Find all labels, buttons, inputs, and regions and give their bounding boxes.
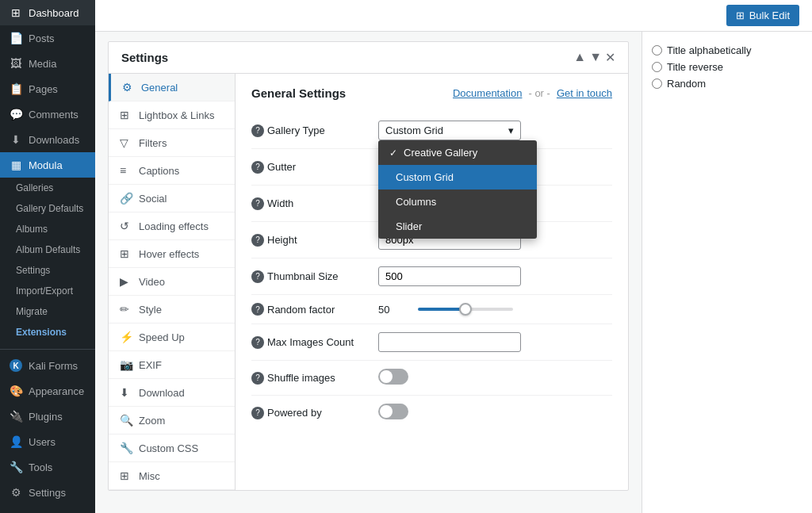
posts-icon: 📄 — [10, 32, 22, 44]
sidebar-item-plugins[interactable]: 🔌 Plugins — [0, 404, 95, 429]
sidebar-item-posts[interactable]: 📄 Posts — [0, 25, 95, 51]
gutter-help-icon[interactable]: ? — [251, 161, 264, 174]
settings-content-header: General Settings Documentation - or - Ge… — [251, 86, 612, 100]
shuffle-images-toggle[interactable] — [378, 369, 408, 385]
shuffle-toggle-track — [378, 369, 408, 385]
dropdown-item-custom-grid[interactable]: Custom Grid — [378, 165, 537, 190]
bulk-edit-button[interactable]: ⊞ Bulk Edit — [726, 5, 799, 26]
dropdown-item-columns[interactable]: Columns — [378, 190, 537, 214]
thumbnail-size-help-icon[interactable]: ? — [251, 270, 264, 283]
gallery-type-label: ? Gallery Type — [251, 124, 378, 137]
height-help-icon[interactable]: ? — [251, 234, 264, 247]
submenu-galleries[interactable]: Galleries — [0, 178, 95, 198]
lightbox-nav-icon: ⊞ — [120, 109, 132, 121]
shuffle-images-help-icon[interactable]: ? — [251, 372, 264, 385]
width-help-icon[interactable]: ? — [251, 197, 264, 210]
random-factor-help-icon[interactable]: ? — [251, 303, 264, 316]
gallery-type-select[interactable]: Custom Grid ▾ — [378, 121, 521, 140]
sidebar-item-kali-forms[interactable]: K Kali Forms — [0, 353, 95, 378]
dropdown-item-slider[interactable]: Slider — [378, 214, 537, 239]
thumbnail-size-label: ? Thumbnail Size — [251, 270, 378, 283]
powered-by-toggle-track — [378, 404, 408, 419]
nav-item-speed-up[interactable]: ⚡ Speed Up — [109, 323, 235, 351]
main-area: ⊞ Bulk Edit Settings ▲ ▼ ✕ — [95, 0, 812, 513]
sidebar-item-downloads[interactable]: ⬇ Downloads — [0, 127, 95, 152]
nav-item-filters[interactable]: ▽ Filters — [109, 129, 235, 157]
get-in-touch-link[interactable]: Get in touch — [557, 87, 612, 99]
users-icon: 👤 — [10, 435, 22, 448]
radio-alphabetically[interactable] — [652, 45, 662, 56]
radio-title-reverse[interactable] — [652, 62, 662, 72]
nav-item-video[interactable]: ▶ Video — [109, 268, 235, 296]
pages-icon: 📋 — [10, 82, 22, 95]
media-icon: 🖼 — [10, 57, 22, 70]
submenu-albums[interactable]: Albums — [0, 219, 95, 239]
sidebar-item-tools[interactable]: 🔧 Tools — [0, 454, 95, 480]
thumbnail-size-input[interactable] — [378, 266, 521, 286]
nav-item-social[interactable]: 🔗 Social — [109, 185, 235, 212]
random-factor-label: ? Random factor — [251, 303, 378, 316]
nav-item-hover-effects[interactable]: ⊞ Hover effects — [109, 240, 235, 268]
nav-item-download[interactable]: ⬇ Download — [109, 379, 235, 407]
submenu-settings[interactable]: Settings — [0, 260, 95, 281]
sidebar-item-pages[interactable]: 📋 Pages — [0, 76, 95, 101]
option-alphabetically[interactable]: Title alphabetically — [652, 44, 802, 56]
nav-item-lightbox[interactable]: ⊞ Lightbox & Links — [109, 101, 235, 129]
nav-item-misc[interactable]: ⊞ Misc — [109, 462, 235, 490]
option-title-reverse[interactable]: Title reverse — [652, 61, 802, 73]
slider-wrapper: 50 — [378, 304, 612, 316]
width-label: ? Width — [251, 197, 378, 210]
modula-submenu: Galleries Gallery Defaults Albums Album … — [0, 178, 95, 343]
bulk-edit-icon: ⊞ — [736, 10, 745, 21]
top-bar: ⊞ Bulk Edit — [95, 0, 812, 32]
dropdown-item-creative-gallery[interactable]: ✓ Creative Gallery — [378, 140, 537, 165]
nav-item-exif[interactable]: 📷 EXIF — [109, 351, 235, 379]
collapse-up-button[interactable]: ▲ — [573, 50, 586, 65]
nav-item-general[interactable]: ⚙ General — [109, 74, 235, 101]
random-factor-control: 50 — [378, 304, 612, 316]
documentation-link[interactable]: Documentation — [453, 87, 522, 99]
sidebar-item-settings[interactable]: ⚙ Settings — [0, 480, 95, 505]
nav-item-style[interactable]: ✏ Style — [109, 296, 235, 323]
misc-nav-icon: ⊞ — [120, 469, 132, 482]
speed-up-nav-icon: ⚡ — [120, 331, 132, 343]
max-images-help-icon[interactable]: ? — [251, 336, 264, 349]
filters-nav-icon: ▽ — [120, 136, 132, 149]
settings-icon: ⚙ — [10, 486, 22, 499]
collapse-down-button[interactable]: ▼ — [589, 50, 602, 65]
nav-item-captions[interactable]: ≡ Captions — [109, 157, 235, 185]
submenu-gallery-defaults[interactable]: Gallery Defaults — [0, 198, 95, 219]
sidebar-item-modula[interactable]: ▦ Modula — [0, 152, 95, 178]
exif-nav-icon: 📷 — [120, 358, 132, 371]
max-images-input[interactable] — [378, 332, 521, 352]
sidebar-item-users[interactable]: 👤 Users — [0, 429, 95, 454]
settings-panel: Settings ▲ ▼ ✕ ⚙ General — [95, 32, 642, 513]
comments-icon: 💬 — [10, 108, 22, 121]
form-row-gallery-type: ? Gallery Type Custom Grid ▾ — [251, 113, 612, 149]
sidebar-item-seo[interactable]: ◎ SEO — [0, 505, 95, 513]
nav-item-loading-effects[interactable]: ↺ Loading effects — [109, 212, 235, 240]
gallery-type-help-icon[interactable]: ? — [251, 124, 264, 137]
sidebar-item-dashboard[interactable]: ⊞ Dashboard — [0, 0, 95, 25]
powered-by-help-icon[interactable]: ? — [251, 407, 264, 419]
option-random[interactable]: Random — [652, 78, 802, 90]
right-panel: Title alphabetically Title reverse Rando… — [642, 32, 812, 513]
submenu-album-defaults[interactable]: Album Defaults — [0, 239, 95, 260]
sidebar-item-comments[interactable]: 💬 Comments — [0, 101, 95, 127]
powered-by-toggle[interactable] — [378, 404, 408, 419]
plugins-icon: 🔌 — [10, 410, 22, 423]
dashboard-icon: ⊞ — [10, 6, 22, 19]
nav-item-custom-css[interactable]: 🔧 Custom CSS — [109, 435, 235, 462]
nav-item-zoom[interactable]: 🔍 Zoom — [109, 407, 235, 435]
submenu-migrate[interactable]: Migrate — [0, 301, 95, 322]
close-box-button[interactable]: ✕ — [605, 50, 615, 65]
sidebar-item-appearance[interactable]: 🎨 Appearance — [0, 378, 95, 404]
settings-box-header: Settings ▲ ▼ ✕ — [109, 42, 628, 74]
submenu-import-export[interactable]: Import/Export — [0, 281, 95, 301]
random-factor-slider[interactable] — [418, 308, 513, 311]
sort-options-group: Title alphabetically Title reverse Rando… — [652, 44, 802, 90]
sidebar-item-media[interactable]: 🖼 Media — [0, 51, 95, 76]
submenu-extensions[interactable]: Extensions — [0, 322, 95, 343]
radio-random[interactable] — [652, 78, 662, 89]
loading-effects-nav-icon: ↺ — [120, 220, 132, 232]
